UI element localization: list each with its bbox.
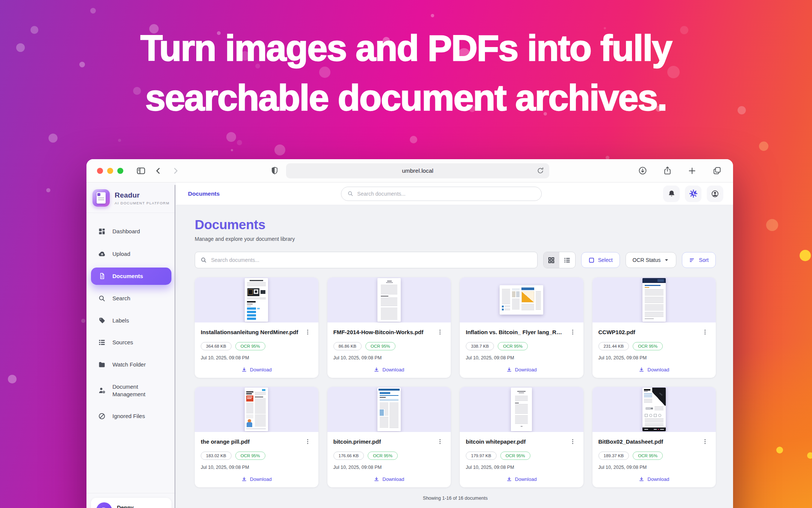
document-card[interactable]: BitBox02_Datasheet.pdf189.37 KBOCR 95%Ju… xyxy=(592,387,716,487)
kebab-menu-button[interactable] xyxy=(568,438,577,447)
sidebar-toggle-icon xyxy=(136,166,146,176)
sidebar-item-dashboard[interactable]: Dashboard xyxy=(91,223,171,240)
document-date: Jul 10, 2025, 09:08 PM xyxy=(598,355,710,360)
kebab-menu-button[interactable] xyxy=(568,328,577,338)
results-count: Showing 1-16 of 16 documents xyxy=(195,496,716,501)
ocr-status-badge: OCR 95% xyxy=(633,452,663,460)
download-link[interactable]: Download xyxy=(598,475,710,483)
download-link[interactable]: Download xyxy=(201,365,312,373)
user-gear-icon xyxy=(98,386,106,394)
notifications-button[interactable] xyxy=(663,186,680,202)
sort-icon xyxy=(689,257,695,263)
sidebar-item-document-management[interactable]: Document Management xyxy=(91,378,171,403)
new-tab-button[interactable] xyxy=(686,165,698,176)
browser-toolbar: umbrel.local xyxy=(86,159,733,183)
kebab-menu-button[interactable] xyxy=(435,438,445,447)
sort-label: Sort xyxy=(699,257,709,263)
account-button[interactable] xyxy=(707,186,723,202)
zoom-window-button[interactable] xyxy=(117,168,123,174)
ocr-status-badge: OCR 95% xyxy=(365,342,395,350)
document-thumbnail xyxy=(327,277,451,322)
download-link[interactable]: Download xyxy=(333,365,445,373)
more-options-icon xyxy=(702,329,708,335)
sidebar-item-search[interactable]: Search xyxy=(91,290,171,307)
page-subtitle: Manage and explore your document library xyxy=(195,236,716,242)
download-link[interactable]: Download xyxy=(466,365,577,373)
kebab-menu-button[interactable] xyxy=(303,438,312,447)
document-title: Inflation vs. Bitcoin_ Flyer lang_RGB.pd… xyxy=(466,328,565,335)
downloads-button[interactable] xyxy=(637,165,648,176)
close-window-button[interactable] xyxy=(97,168,103,174)
readur-app: Readur AI DOCUMENT PLATFORM DashboardUpl… xyxy=(86,183,733,508)
document-date: Jul 10, 2025, 09:08 PM xyxy=(333,355,445,360)
document-date: Jul 10, 2025, 09:08 PM xyxy=(466,355,577,360)
download-link[interactable]: Download xyxy=(466,475,577,483)
download-icon xyxy=(639,476,644,482)
documents-grid: Installationsanleitung NerdMiner.pdf364.… xyxy=(195,277,716,487)
sidebar-item-label: Ignored Files xyxy=(112,412,145,420)
kebab-menu-button[interactable] xyxy=(303,328,312,338)
document-thumbnail xyxy=(327,387,451,432)
plus-icon xyxy=(688,166,697,175)
documents-search-input[interactable] xyxy=(211,257,532,263)
minimize-window-button[interactable] xyxy=(107,168,113,174)
theme-toggle-button[interactable] xyxy=(685,186,701,202)
tabs-icon xyxy=(712,166,722,175)
documents-search[interactable] xyxy=(195,252,538,268)
bell-icon xyxy=(668,190,676,198)
grid-view-button[interactable] xyxy=(544,252,559,268)
sidebar-item-labels[interactable]: Labels xyxy=(91,312,171,329)
document-card[interactable]: FMF-2014-How-Bitcoin-Works.pdf86.86 KBOC… xyxy=(327,277,451,378)
topbar-search[interactable] xyxy=(341,187,542,201)
file-size-badge: 231.44 KB xyxy=(598,342,629,350)
sidebar-nav: DashboardUploadDocumentsSearchLabelsSour… xyxy=(86,213,176,429)
sidebar-item-sources[interactable]: Sources xyxy=(91,334,171,351)
tab-overview-button[interactable] xyxy=(711,165,723,176)
sidebar-toggle-button[interactable] xyxy=(135,165,147,176)
url-field[interactable]: umbrel.local xyxy=(286,163,549,178)
file-size-badge: 189.37 KB xyxy=(598,452,629,460)
list-view-icon xyxy=(564,257,571,264)
browser-right-controls xyxy=(637,165,723,176)
document-card[interactable]: CCWP102.pdf231.44 KBOCR 95%Jul 10, 2025,… xyxy=(592,277,716,378)
user-avatar: D xyxy=(96,502,112,508)
privacy-shield-button[interactable] xyxy=(269,165,280,176)
document-card[interactable]: the orange pill.pdf183.02 KBOCR 95%Jul 1… xyxy=(195,387,318,487)
forward-icon xyxy=(171,166,180,175)
document-card[interactable]: Inflation vs. Bitcoin_ Flyer lang_RGB.pd… xyxy=(460,277,583,378)
document-title: CCWP102.pdf xyxy=(598,328,698,335)
select-button[interactable]: Select xyxy=(581,252,620,268)
back-button[interactable] xyxy=(153,165,164,176)
sidebar-item-documents[interactable]: Documents xyxy=(91,268,171,285)
download-link[interactable]: Download xyxy=(333,475,445,483)
topbar-search-input[interactable] xyxy=(357,191,535,197)
document-card[interactable]: bitcoin whitepaper.pdf179.97 KBOCR 95%Ju… xyxy=(460,387,583,487)
search-icon xyxy=(347,190,353,197)
document-title: bitcoin.primer.pdf xyxy=(333,438,433,445)
document-card[interactable]: bitcoin.primer.pdf176.66 KBOCR 95%Jul 10… xyxy=(327,387,451,487)
document-card[interactable]: Installationsanleitung NerdMiner.pdf364.… xyxy=(195,277,318,378)
document-thumbnail xyxy=(195,387,318,432)
ocr-status-dropdown[interactable]: OCR Status xyxy=(626,252,677,268)
grid-view-icon xyxy=(548,257,555,264)
list-view-button[interactable] xyxy=(559,252,575,268)
reload-button[interactable] xyxy=(536,166,545,176)
document-thumbnail xyxy=(195,277,318,322)
sidebar-item-watch-folder[interactable]: Watch Folder xyxy=(91,356,171,373)
document-thumbnail xyxy=(592,277,716,322)
kebab-menu-button[interactable] xyxy=(700,438,710,447)
upload-icon xyxy=(98,250,106,258)
kebab-menu-button[interactable] xyxy=(435,328,445,338)
breadcrumb[interactable]: Documents xyxy=(188,190,220,197)
sidebar-item-upload[interactable]: Upload xyxy=(91,245,171,263)
share-button[interactable] xyxy=(662,165,673,176)
sort-button[interactable]: Sort xyxy=(682,252,716,268)
download-link[interactable]: Download xyxy=(598,365,710,373)
kebab-menu-button[interactable] xyxy=(700,328,710,338)
forward-button[interactable] xyxy=(170,165,181,176)
download-link[interactable]: Download xyxy=(201,475,312,483)
sidebar-item-ignored-files[interactable]: Ignored Files xyxy=(91,408,171,425)
sidebar-scrollbar[interactable] xyxy=(174,185,176,508)
brand: Readur AI DOCUMENT PLATFORM xyxy=(86,183,176,213)
user-card[interactable]: D Denny admin@readur.com xyxy=(91,498,171,508)
